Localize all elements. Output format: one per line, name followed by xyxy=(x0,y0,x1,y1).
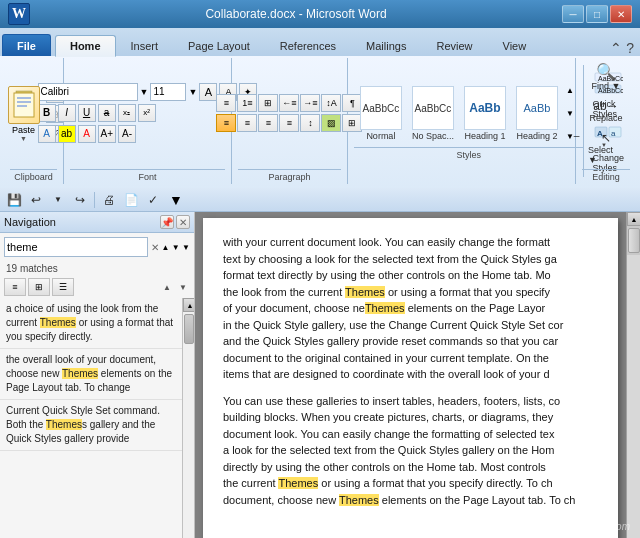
select-button[interactable]: ↖ Select ▼ xyxy=(582,129,630,167)
tab-mailings[interactable]: Mailings xyxy=(351,34,421,56)
style-nosp-button[interactable]: AaBbCc No Spac... xyxy=(408,84,458,143)
font-name-dropdown[interactable]: ▼ xyxy=(140,87,149,97)
spell-check-button[interactable]: ✓ xyxy=(143,190,163,210)
paste-dropdown-arrow[interactable]: ▼ xyxy=(20,135,27,142)
style-nosp-icon: AaBbCc xyxy=(412,86,454,130)
font-row-3: A ab A A+ A- xyxy=(38,125,137,143)
nav-view-results[interactable]: ☰ xyxy=(52,278,74,296)
undo-dropdown[interactable]: ▼ xyxy=(48,190,68,210)
search-options-button[interactable]: ▼ xyxy=(182,240,190,254)
numbering-button[interactable]: 1≡ xyxy=(237,94,257,112)
bold-button[interactable]: B xyxy=(38,104,56,122)
font-size-up-button[interactable]: A+ xyxy=(98,125,117,143)
nav-scroll-track xyxy=(183,346,194,538)
nav-scroll-up-button[interactable]: ▲ xyxy=(160,280,174,294)
nav-result-2[interactable]: Current Quick Style Set command. Both th… xyxy=(0,400,182,451)
doc-scroll-thumb[interactable] xyxy=(628,228,640,253)
font-size-dropdown[interactable]: ▼ xyxy=(188,87,197,97)
document-page[interactable]: with your current document look. You can… xyxy=(203,218,618,538)
line-spacing-button[interactable]: ↕ xyxy=(300,114,320,132)
title-bar-title: Collaborate.docx - Microsoft Word xyxy=(30,7,562,21)
styles-group: AaBbCc Normal AaBbCc No Spac... AaBb Hea… xyxy=(348,58,576,184)
decrease-indent-button[interactable]: ←≡ xyxy=(279,94,299,112)
doc-para-1: with your current document look. You can… xyxy=(223,234,598,383)
print-preview-button[interactable]: 🖨 xyxy=(99,190,119,210)
increase-indent-button[interactable]: →≡ xyxy=(300,94,320,112)
search-prev-button[interactable]: ▲ xyxy=(161,240,169,254)
replace-label: Replace xyxy=(589,113,622,123)
close-button[interactable]: ✕ xyxy=(610,5,632,23)
align-right-button[interactable]: ≡ xyxy=(258,114,278,132)
tab-file[interactable]: File xyxy=(2,34,51,56)
nav-close-button[interactable]: ✕ xyxy=(176,215,190,229)
find-button[interactable]: 🔍 Find ▼ xyxy=(586,60,627,93)
undo-button[interactable]: ↩ xyxy=(26,190,46,210)
style-h2-icon: AaBb xyxy=(516,86,558,130)
text-effects-button[interactable]: A xyxy=(38,125,56,143)
nav-result-0[interactable]: a choice of using the look from the curr… xyxy=(0,298,182,349)
bullets-button[interactable]: ≡ xyxy=(216,94,236,112)
align-center-button[interactable]: ≡ xyxy=(237,114,257,132)
font-size-input[interactable] xyxy=(150,83,186,101)
justify-button[interactable]: ≡ xyxy=(279,114,299,132)
minimize-button[interactable]: ─ xyxy=(562,5,584,23)
nav-scroll-thumb[interactable] xyxy=(184,314,194,344)
nav-view-pages[interactable]: ⊞ xyxy=(28,278,50,296)
replace-button[interactable]: ab→ Replace xyxy=(583,97,628,125)
strikethrough-button[interactable]: a xyxy=(98,104,116,122)
nav-view-buttons: ≡ ⊞ ☰ ▲ ▼ xyxy=(0,276,194,298)
nav-title: Navigation xyxy=(4,216,56,228)
subscript-button[interactable]: x₂ xyxy=(118,104,136,122)
save-button[interactable]: 💾 xyxy=(4,190,24,210)
text-highlight-button[interactable]: ab xyxy=(58,125,76,143)
style-h1-button[interactable]: AaBb Heading 1 xyxy=(460,84,510,143)
underline-button[interactable]: U xyxy=(78,104,96,122)
font-color-button[interactable]: A xyxy=(78,125,96,143)
superscript-button[interactable]: x² xyxy=(138,104,156,122)
nav-header: Navigation 📌 ✕ xyxy=(0,212,194,233)
italic-button[interactable]: I xyxy=(58,104,76,122)
tab-insert[interactable]: Insert xyxy=(116,34,174,56)
match-count: 19 matches xyxy=(0,261,194,276)
tab-review[interactable]: Review xyxy=(421,34,487,56)
navigation-search-input[interactable] xyxy=(4,237,148,257)
tab-home[interactable]: Home xyxy=(55,35,116,57)
quick-print-button[interactable]: 📄 xyxy=(121,190,141,210)
doc-highlight-4: Themes xyxy=(339,494,379,506)
nav-result-1[interactable]: the overall look of your document, choos… xyxy=(0,349,182,400)
qat-expand-icon[interactable]: ▼ xyxy=(169,192,183,208)
highlight-themes-0: Themes xyxy=(40,317,76,328)
sort-button[interactable]: ↕A xyxy=(321,94,341,112)
nav-view-headings[interactable]: ≡ xyxy=(4,278,26,296)
nav-scrollbar: ▲ ▼ xyxy=(182,298,194,538)
ribbon-content: Paste ▼ ✂ ⎘ 🖌 Clipboard ▼ ▼ A A ✦ B xyxy=(0,56,640,188)
paste-icon xyxy=(8,86,40,124)
nav-pin-button[interactable]: 📌 xyxy=(160,215,174,229)
style-normal-button[interactable]: AaBbCc Normal xyxy=(356,84,406,143)
tab-references[interactable]: References xyxy=(265,34,351,56)
nav-scroll-down-button[interactable]: ▼ xyxy=(176,280,190,294)
align-left-button[interactable]: ≡ xyxy=(216,114,236,132)
font-name-input[interactable] xyxy=(38,83,138,101)
nav-scroll-up-arrow[interactable]: ▲ xyxy=(183,298,194,312)
doc-scroll-area[interactable]: with your current document look. You can… xyxy=(195,212,626,538)
doc-scroll-up-arrow[interactable]: ▲ xyxy=(627,212,640,226)
search-clear-button[interactable]: ✕ xyxy=(150,239,159,255)
grow-font-button[interactable]: A xyxy=(199,83,217,101)
style-h2-button[interactable]: AaBb Heading 2 xyxy=(512,84,562,143)
redo-button[interactable]: ↪ xyxy=(70,190,90,210)
multilevel-list-button[interactable]: ⊞ xyxy=(258,94,278,112)
styles-label: Styles xyxy=(354,147,584,160)
font-size-down-button[interactable]: A- xyxy=(118,125,136,143)
tab-page-layout[interactable]: Page Layout xyxy=(173,34,265,56)
search-next-button[interactable]: ▼ xyxy=(172,240,180,254)
style-normal-icon: AaBbCc xyxy=(360,86,402,130)
select-icon: ↖ xyxy=(601,131,611,145)
ribbon-minimize-icon[interactable]: ⌃ xyxy=(610,40,622,56)
shading-button[interactable]: ▨ xyxy=(321,114,341,132)
title-bar: W Collaborate.docx - Microsoft Word ─ □ … xyxy=(0,0,640,28)
tab-view[interactable]: View xyxy=(488,34,542,56)
help-icon[interactable]: ? xyxy=(626,40,634,56)
watermark: GoopPost.com xyxy=(564,521,630,532)
maximize-button[interactable]: □ xyxy=(586,5,608,23)
